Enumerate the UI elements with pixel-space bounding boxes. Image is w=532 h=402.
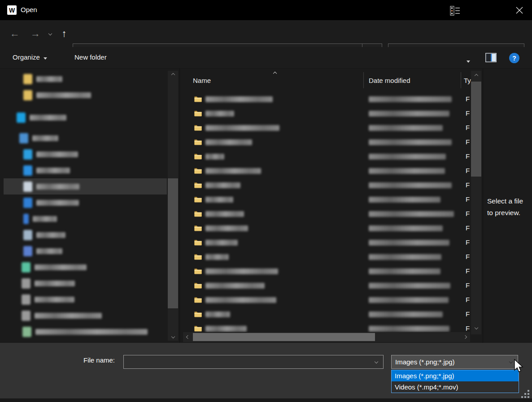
file-rows: F F F bbox=[183, 92, 470, 332]
preview-pane-button[interactable] bbox=[485, 53, 497, 62]
sidebar-item[interactable] bbox=[4, 195, 167, 211]
command-bar: Organize New folder ? bbox=[0, 47, 532, 69]
column-header-name[interactable]: Name bbox=[193, 71, 211, 90]
sidebar-item[interactable] bbox=[4, 130, 167, 146]
list-scroll-thumb[interactable] bbox=[471, 82, 481, 177]
column-divider[interactable] bbox=[363, 72, 364, 88]
file-type-option[interactable]: Videos (*.mp4;*.mov) bbox=[392, 381, 519, 393]
file-name-input[interactable] bbox=[123, 355, 384, 369]
list-scrollbar[interactable] bbox=[471, 71, 481, 334]
close-button[interactable] bbox=[510, 3, 528, 18]
sidebar-item[interactable] bbox=[4, 71, 167, 87]
chevron-down-icon bbox=[44, 57, 47, 60]
sidebar-item[interactable] bbox=[4, 211, 167, 227]
column-header-type[interactable]: Ty bbox=[464, 71, 471, 90]
sidebar-item-label-redacted bbox=[36, 200, 79, 206]
scroll-left-icon[interactable] bbox=[183, 332, 193, 342]
folder-icon bbox=[194, 196, 202, 203]
table-row[interactable]: F bbox=[183, 264, 470, 278]
file-name-redacted bbox=[205, 197, 233, 203]
sort-ascending-icon bbox=[274, 69, 276, 77]
sidebar-item-label-redacted bbox=[30, 115, 66, 121]
scroll-down-icon[interactable] bbox=[168, 333, 178, 341]
desktop-icon bbox=[23, 165, 32, 176]
sidebar-item[interactable] bbox=[4, 307, 167, 324]
scroll-right-icon[interactable] bbox=[460, 332, 470, 342]
help-button[interactable]: ? bbox=[509, 53, 519, 63]
table-row[interactable]: F bbox=[183, 293, 470, 307]
file-name-redacted bbox=[205, 154, 224, 160]
column-divider[interactable] bbox=[461, 72, 461, 88]
table-row[interactable]: F bbox=[183, 164, 470, 178]
file-type-option-label: Images (*.png;*.jpg) bbox=[395, 372, 454, 380]
forward-button[interactable]: → bbox=[29, 20, 42, 47]
folder-icon bbox=[194, 96, 202, 102]
horizontal-scroll-thumb[interactable] bbox=[193, 333, 375, 341]
close-icon bbox=[515, 6, 523, 14]
file-type-letter: F bbox=[466, 138, 470, 146]
sidebar-item[interactable] bbox=[4, 291, 167, 307]
organize-button[interactable]: Organize bbox=[13, 53, 47, 61]
table-row[interactable]: F bbox=[183, 321, 470, 332]
table-row[interactable]: F bbox=[183, 135, 470, 149]
table-row[interactable]: F bbox=[183, 207, 470, 221]
date-modified-redacted bbox=[369, 139, 452, 145]
folder-icon bbox=[194, 125, 202, 131]
file-type-letter: F bbox=[466, 109, 470, 117]
file-type-option[interactable]: Images (*.png;*.jpg) bbox=[392, 370, 519, 381]
scroll-down-icon[interactable] bbox=[471, 324, 481, 332]
table-row[interactable]: F bbox=[183, 178, 470, 192]
sidebar-scrollbar[interactable] bbox=[168, 71, 178, 341]
table-row[interactable]: F bbox=[183, 235, 470, 250]
recent-locations-button[interactable] bbox=[45, 20, 56, 47]
window-bottom-edge bbox=[0, 398, 532, 402]
table-row[interactable]: F bbox=[183, 149, 470, 164]
sidebar-divider bbox=[179, 69, 180, 343]
file-type-letter: F bbox=[466, 224, 470, 232]
table-row[interactable]: F bbox=[183, 121, 470, 135]
scroll-up-icon[interactable] bbox=[471, 72, 481, 80]
date-modified-redacted bbox=[369, 154, 446, 160]
sidebar-item[interactable] bbox=[4, 178, 167, 195]
new-folder-button[interactable]: New folder bbox=[74, 53, 107, 61]
file-name-redacted bbox=[205, 297, 276, 303]
table-row[interactable]: F bbox=[183, 106, 470, 121]
sidebar-item[interactable] bbox=[4, 162, 167, 178]
sidebar-item[interactable] bbox=[4, 87, 167, 103]
scroll-up-icon[interactable] bbox=[168, 71, 178, 79]
table-row[interactable]: F bbox=[183, 221, 470, 235]
table-row[interactable]: F bbox=[183, 307, 470, 321]
resize-grip[interactable] bbox=[528, 390, 529, 392]
folder-icon bbox=[194, 325, 202, 332]
sidebar-item[interactable] bbox=[4, 324, 167, 340]
file-type-combobox[interactable]: Images (*.png;*.jpg) bbox=[391, 355, 518, 369]
file-name-redacted bbox=[205, 139, 252, 145]
file-name-redacted bbox=[205, 268, 278, 274]
sidebar-item-label-redacted bbox=[35, 313, 102, 319]
file-type-letter: F bbox=[466, 324, 470, 332]
file-type-selected: Images (*.png;*.jpg) bbox=[395, 358, 455, 366]
table-row[interactable]: F bbox=[183, 192, 470, 207]
sidebar-item-label-redacted bbox=[36, 151, 78, 157]
table-row[interactable]: F bbox=[183, 92, 470, 106]
folder-icon bbox=[194, 110, 202, 117]
table-row[interactable]: F bbox=[183, 250, 470, 264]
date-modified-redacted bbox=[369, 125, 443, 131]
sidebar-scroll-thumb[interactable] bbox=[168, 178, 178, 308]
sidebar-item[interactable] bbox=[4, 243, 167, 259]
sidebar-item[interactable] bbox=[4, 275, 167, 291]
up-button[interactable]: ↑ bbox=[58, 20, 70, 47]
horizontal-scrollbar[interactable] bbox=[183, 332, 470, 342]
column-header-date-modified[interactable]: Date modified bbox=[369, 71, 410, 90]
sidebar-item[interactable] bbox=[4, 109, 167, 125]
folder-icon bbox=[194, 182, 202, 188]
back-button[interactable]: ← bbox=[8, 20, 22, 47]
file-name-redacted bbox=[205, 240, 238, 246]
views-button[interactable] bbox=[450, 6, 461, 16]
file-name-redacted bbox=[205, 182, 240, 188]
sidebar-item[interactable] bbox=[4, 146, 167, 162]
table-row[interactable]: F bbox=[183, 278, 470, 293]
sidebar-item[interactable] bbox=[4, 259, 167, 275]
views-dropdown-button[interactable] bbox=[467, 56, 470, 65]
sidebar-item[interactable] bbox=[4, 227, 167, 243]
